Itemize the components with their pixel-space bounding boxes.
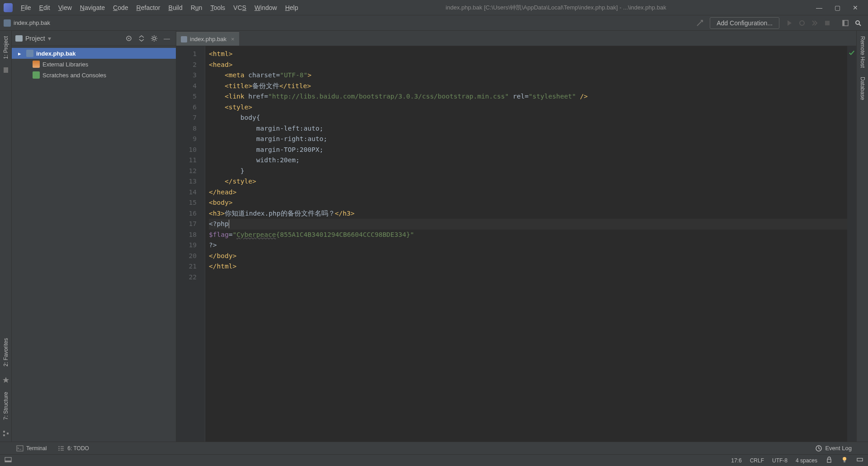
event-log-button[interactable]: Event Log: [815, 445, 852, 452]
code-line: <style>: [209, 102, 847, 113]
code-line: ?>: [209, 240, 847, 251]
file-icon: [4, 19, 11, 27]
menu-edit[interactable]: Edit: [36, 2, 54, 13]
tab-todo[interactable]: 6: TODO: [57, 445, 89, 452]
menu-window[interactable]: Window: [251, 2, 281, 13]
close-tab-icon[interactable]: ×: [231, 36, 235, 42]
tree-item-label: index.php.bak: [36, 50, 172, 57]
menu-refactor[interactable]: Refactor: [133, 2, 164, 13]
tab-project[interactable]: 1: Project: [2, 33, 10, 63]
svg-point-10: [128, 38, 130, 39]
svg-rect-16: [827, 459, 831, 462]
structure-icon: [2, 430, 9, 437]
code-line: <html>: [209, 49, 847, 60]
code-line: $flag="Cyberpeace{855A1C4B3401294CB6604C…: [209, 230, 847, 240]
code-line: }: [209, 166, 847, 177]
layout-button[interactable]: [839, 17, 852, 29]
project-panel-header: Project ▾ —: [12, 31, 176, 46]
status-line-sep[interactable]: CRLF: [750, 457, 764, 464]
tree-item-label: Scratches and Consoles: [42, 72, 172, 79]
code-line: <?php: [209, 219, 847, 230]
code-line: <meta charset="UTF-8">: [209, 70, 847, 81]
svg-rect-6: [3, 431, 5, 433]
tab-remote-host[interactable]: Remote Host: [859, 33, 867, 71]
editor-marker-gutter: [847, 46, 856, 442]
tool-window-toggle-icon[interactable]: [5, 456, 17, 465]
line-number-gutter: 12345678910111213141516171819202122: [176, 46, 205, 442]
code-line: [209, 272, 847, 283]
menu-vcs[interactable]: VCS: [230, 2, 250, 13]
code-line: <link href="http://libs.baidu.com/bootst…: [209, 91, 847, 102]
build-icon[interactable]: [693, 17, 706, 29]
memory-indicator-icon[interactable]: [856, 456, 863, 465]
folder-icon: [15, 35, 23, 42]
svg-rect-18: [857, 458, 863, 461]
tab-terminal[interactable]: Terminal: [16, 445, 47, 452]
file-icon: [181, 36, 187, 42]
code-editor[interactable]: 12345678910111213141516171819202122 <htm…: [176, 46, 856, 442]
minimize-button[interactable]: —: [810, 1, 828, 14]
coverage-button[interactable]: [808, 17, 821, 29]
chevron-down-icon[interactable]: ▾: [48, 35, 51, 42]
menu-run[interactable]: Run: [187, 2, 206, 13]
project-panel-title[interactable]: Project: [25, 35, 45, 42]
tab-database[interactable]: Database: [859, 73, 867, 104]
editor-tab-index[interactable]: index.php.bak ×: [176, 32, 239, 46]
menu-build[interactable]: Build: [165, 2, 186, 13]
code-line: <h3>你知道index.php的备份文件名吗？</h3>: [209, 208, 847, 219]
maximize-button[interactable]: ▢: [828, 1, 846, 14]
svg-point-4: [856, 21, 859, 24]
tree-item-folder[interactable]: ▸index.php.bak: [12, 48, 176, 59]
code-line: </body>: [209, 251, 847, 262]
svg-rect-1: [825, 21, 830, 25]
code-line: margin-left:auto;: [209, 123, 847, 134]
bookmarks-icon[interactable]: [2, 66, 9, 74]
code-line: </style>: [209, 176, 847, 187]
status-indent[interactable]: 4 spaces: [796, 457, 817, 464]
add-configuration-button[interactable]: Add Configuration...: [710, 17, 779, 29]
menu-code[interactable]: Code: [109, 2, 132, 13]
debug-button[interactable]: [796, 17, 808, 29]
locate-icon[interactable]: [123, 33, 134, 44]
expand-all-icon[interactable]: [136, 33, 147, 44]
svg-rect-7: [3, 434, 5, 436]
lock-icon[interactable]: [826, 456, 833, 465]
main-menu: File Edit View Navigate Code Refactor Bu…: [17, 2, 302, 13]
tab-favorites[interactable]: 2: Favorites: [2, 334, 10, 370]
project-tree[interactable]: ▸index.php.bakExternal LibrariesScratche…: [12, 46, 176, 442]
close-button[interactable]: ✕: [846, 1, 864, 14]
stop-button[interactable]: [821, 17, 834, 29]
hide-panel-icon[interactable]: —: [161, 33, 172, 44]
code-line: </html>: [209, 261, 847, 272]
menu-view[interactable]: View: [55, 2, 75, 13]
tab-structure[interactable]: 7: Structure: [2, 388, 10, 424]
menu-tools[interactable]: Tools: [207, 2, 229, 13]
editor-tab-label: index.php.bak: [190, 36, 226, 42]
svg-rect-15: [5, 461, 11, 462]
svg-rect-5: [4, 67, 8, 73]
run-button[interactable]: [783, 17, 796, 29]
svg-point-0: [800, 21, 804, 25]
code-content[interactable]: <html><head> <meta charset="UTF-8"> <tit…: [205, 46, 847, 442]
inspector-icon[interactable]: [841, 456, 848, 465]
code-line: margin-right:auto;: [209, 134, 847, 145]
menu-help[interactable]: Help: [282, 2, 302, 13]
code-line: <body>: [209, 198, 847, 208]
menu-file[interactable]: File: [17, 2, 35, 13]
tab-terminal-label: Terminal: [26, 445, 47, 452]
window-title: index.php.bak [C:\Users\钟凯\AppData\Local…: [302, 4, 811, 12]
inspection-ok-icon: [849, 49, 855, 55]
breadcrumb[interactable]: index.php.bak: [14, 19, 50, 26]
code-line: body{: [209, 113, 847, 123]
gear-icon[interactable]: [149, 33, 160, 44]
status-encoding[interactable]: UTF-8: [772, 457, 788, 464]
status-bar: 17:6 CRLF UTF-8 4 spaces: [0, 454, 868, 466]
code-line: <head>: [209, 60, 847, 71]
status-caret-pos[interactable]: 17:6: [731, 457, 741, 464]
svg-rect-17: [844, 461, 845, 462]
menu-navigate[interactable]: Navigate: [76, 2, 108, 13]
tree-item-lib[interactable]: External Libraries: [12, 59, 176, 70]
search-everywhere-button[interactable]: [852, 17, 864, 29]
app-icon: [4, 3, 13, 12]
tree-item-scratch[interactable]: Scratches and Consoles: [12, 70, 176, 80]
